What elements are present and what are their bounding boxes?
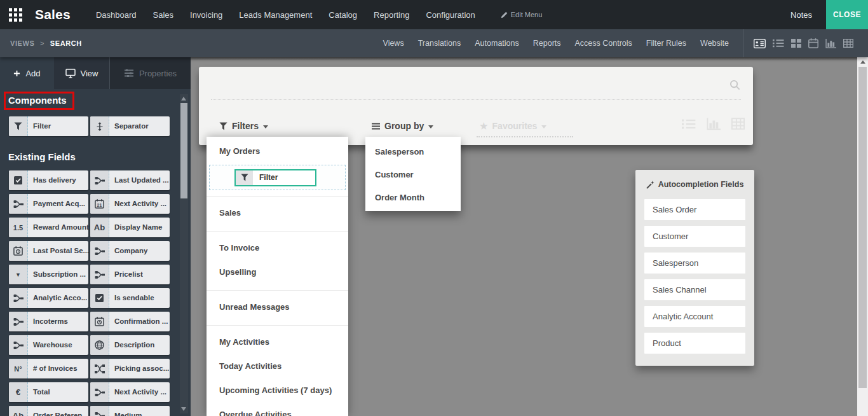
- field-next-activity[interactable]: Next Activity ...: [90, 382, 170, 402]
- autocompletion-item-sales-order[interactable]: Sales Order: [644, 199, 745, 220]
- component-filter[interactable]: Filter: [9, 116, 88, 136]
- menu-item-dashboard[interactable]: Dashboard: [96, 10, 137, 20]
- calendar-view-icon[interactable]: [808, 38, 818, 48]
- field-analytic-account[interactable]: Analytic Acco...: [9, 288, 88, 308]
- components-title: Components: [8, 95, 67, 106]
- menu-item-sales[interactable]: Sales: [153, 10, 174, 20]
- groupby-item-customer[interactable]: Customer: [365, 163, 461, 186]
- field-last-updated[interactable]: Last Updated ...: [90, 170, 170, 190]
- autocompletion-item-analytic-account[interactable]: Analytic Account: [644, 306, 745, 327]
- pivot-view-icon[interactable]: [843, 39, 853, 48]
- menu-separator: [207, 196, 348, 197]
- tab-view[interactable]: View: [54, 57, 109, 89]
- datetime-icon: [90, 312, 109, 331]
- list-view-icon: [682, 118, 696, 130]
- filter-item-upcoming-activities[interactable]: Upcoming Activities (7 days): [207, 378, 348, 403]
- filters-menu-toggle[interactable]: Filters: [219, 119, 268, 133]
- field-company[interactable]: Company: [90, 241, 170, 261]
- menu-item-invoicing[interactable]: Invoicing: [190, 10, 222, 20]
- field-is-sendable[interactable]: Is sendable: [90, 288, 170, 308]
- field-subscription[interactable]: ▼ Subscription ...: [9, 265, 88, 284]
- field-picking-associated[interactable]: Picking assoc...: [90, 359, 170, 378]
- scroll-up-icon[interactable]: [181, 97, 186, 101]
- menu-item-leads-management[interactable]: Leads Management: [239, 10, 312, 20]
- checkbox-icon: [9, 170, 28, 190]
- field-pricelist[interactable]: Pricelist: [90, 265, 170, 284]
- filter-icon: [236, 170, 253, 185]
- close-button[interactable]: CLOSE: [826, 0, 868, 29]
- sidebar-scrollbar[interactable]: [180, 94, 188, 413]
- field-warehouse[interactable]: Warehouse: [9, 335, 88, 355]
- form-view-icon[interactable]: [754, 39, 766, 48]
- edit-menu-button[interactable]: Edit Menu: [501, 11, 543, 18]
- autocompletion-item-sales-channel[interactable]: Sales Channel: [644, 279, 745, 300]
- field-last-postal-sent[interactable]: Last Postal Se...: [9, 241, 88, 261]
- filter-item-sales[interactable]: Sales: [207, 201, 348, 225]
- apps-grid-icon[interactable]: [9, 8, 22, 22]
- scroll-down-icon[interactable]: [181, 407, 186, 411]
- search-input[interactable]: [211, 67, 741, 100]
- tab-add[interactable]: Add: [0, 57, 54, 89]
- filter-item-unread-messages[interactable]: Unread Messages: [207, 295, 348, 319]
- scroll-up-icon[interactable]: [860, 60, 865, 64]
- menu-item-catalog[interactable]: Catalog: [329, 10, 357, 20]
- field-payment-acq[interactable]: Payment Acq...: [9, 194, 88, 214]
- field-medium[interactable]: Medium: [90, 406, 170, 416]
- field-reward-amount[interactable]: 1.5 Reward Amount: [9, 218, 88, 237]
- view-switcher: [754, 38, 860, 48]
- field-order-reference[interactable]: Ab Order Referen...: [9, 406, 88, 416]
- toolbar-link-views[interactable]: Views: [383, 39, 404, 48]
- toolbar-link-website[interactable]: Website: [700, 39, 729, 48]
- breadcrumb: VIEWS > SEARCH: [10, 39, 82, 47]
- field-description[interactable]: Description: [90, 335, 170, 355]
- field-confirmation-date[interactable]: Confirmation ...: [90, 312, 170, 331]
- sidebar-body: Components Filter Separator Existing Fie…: [0, 89, 182, 416]
- filter-item-today-activities[interactable]: Today Activities: [207, 354, 348, 378]
- filter-item-to-invoice[interactable]: To Invoice: [207, 236, 348, 260]
- filter-drop-zone[interactable]: Filter: [209, 165, 346, 190]
- component-separator[interactable]: Separator: [90, 116, 170, 136]
- breadcrumb-section[interactable]: VIEWS: [10, 39, 34, 47]
- monitor-icon: [65, 69, 76, 78]
- autocompletion-item-salesperson[interactable]: Salesperson: [644, 253, 745, 274]
- autocompletion-item-customer[interactable]: Customer: [644, 226, 745, 247]
- filter-item-my-activities[interactable]: My Activities: [207, 330, 348, 354]
- toolbar-link-access-controls[interactable]: Access Controls: [575, 39, 632, 48]
- menu-separator: [207, 325, 348, 326]
- filter-item-overdue-activities[interactable]: Overdue Activities: [207, 403, 348, 416]
- list-view-icon[interactable]: [773, 39, 784, 48]
- main-scrollbar-thumb[interactable]: [858, 67, 867, 388]
- filter-item-upselling[interactable]: Upselling: [207, 260, 348, 284]
- notes-button[interactable]: Notes: [790, 10, 812, 20]
- dropped-filter-component[interactable]: Filter: [234, 169, 316, 186]
- field-total[interactable]: € Total: [9, 382, 88, 402]
- field-invoice-count[interactable]: N° # of Invoices: [9, 359, 88, 378]
- selection-icon: ▼: [9, 265, 28, 284]
- filter-item-my-orders[interactable]: My Orders: [207, 139, 348, 163]
- menu-item-configuration[interactable]: Configuration: [426, 10, 475, 20]
- main-scrollbar[interactable]: [857, 57, 868, 416]
- pencil-icon: [501, 11, 508, 18]
- groupby-item-salesperson[interactable]: Salesperson: [365, 141, 461, 163]
- field-next-activity-deadline[interactable]: 21 Next Activity ...: [90, 194, 170, 214]
- char-icon: Ab: [9, 406, 28, 416]
- menu-item-reporting[interactable]: Reporting: [374, 10, 409, 20]
- svg-text:21: 21: [97, 203, 102, 207]
- field-display-name[interactable]: Ab Display Name: [90, 218, 170, 237]
- search-icon[interactable]: [729, 80, 740, 90]
- groupby-item-order-month[interactable]: Order Month: [365, 186, 461, 209]
- sidebar-scrollbar-thumb[interactable]: [180, 103, 187, 198]
- toolbar-link-translations[interactable]: Translations: [418, 39, 461, 48]
- groupby-menu-toggle[interactable]: Group by: [372, 119, 433, 133]
- many2many-icon: [90, 359, 109, 378]
- toolbar-link-filter-rules[interactable]: Filter Rules: [646, 39, 686, 48]
- field-incoterms[interactable]: Incoterms: [9, 312, 88, 331]
- toolbar-link-automations[interactable]: Automations: [475, 39, 519, 48]
- many2one-icon: [9, 194, 28, 214]
- toolbar-link-reports[interactable]: Reports: [533, 39, 561, 48]
- field-has-delivery[interactable]: Has delivery: [9, 170, 88, 190]
- graph-view-icon[interactable]: [825, 39, 836, 48]
- calendar-icon: 21: [90, 194, 109, 214]
- kanban-view-icon[interactable]: [791, 39, 801, 48]
- autocompletion-item-product[interactable]: Product: [644, 333, 745, 354]
